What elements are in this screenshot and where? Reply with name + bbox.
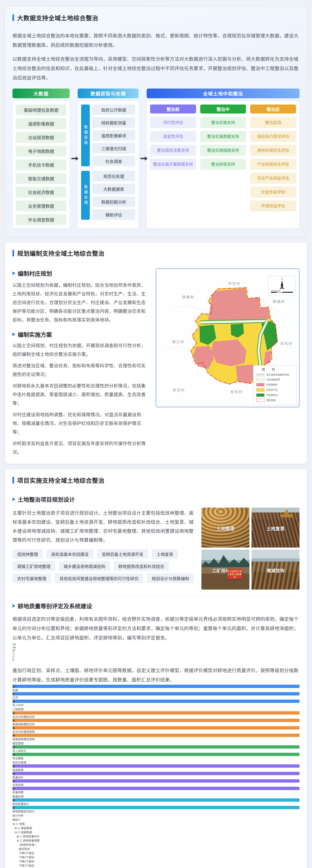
gis-tool-button[interactable]: ▣隶属函数模型向导 — [12, 719, 300, 726]
divider — [12, 489, 300, 489]
planning-text-col: 编制村庄规划 以国土空间规划为依据，编制村庄规划。结合当地自然条件差异、土地利用… — [12, 263, 149, 457]
tool-icon: ▣ — [12, 685, 300, 688]
bigdata-header: 大数据 — [12, 89, 70, 98]
before-item: 适宜性评估 — [150, 131, 196, 142]
photo-caption: 土地复垦 — [251, 525, 300, 532]
gis-tool-button[interactable]: ▣层次分析模型向导 — [12, 711, 300, 719]
gis-tool-button[interactable]: ▣导入采样点 — [12, 745, 300, 753]
label-card: E — [12, 655, 300, 658]
soil-horizon-label: Ap — [12, 646, 300, 649]
svg-text:农业生产区: 农业生产区 — [267, 389, 278, 391]
tool-icon: ▣ — [12, 726, 300, 730]
village-label: 杨兰村 — [172, 340, 184, 344]
gis-tool-button[interactable]: ▣隶属函数模型管理 — [12, 734, 300, 741]
design-tag: 农村宅基地整理 — [12, 574, 51, 583]
design-photo-grid: 土地整理土地复垦工矿用地整理矿山复绿区 禁止放牧 违者重罚增减挂钩 — [201, 507, 300, 590]
impl-plan-paragraph: 对村庄建设用地结构调整、优化和保障情况，对盘活存量建设用地、规模减量化情况，对生… — [12, 410, 149, 436]
after-item: 农业产业效益评估 — [250, 173, 296, 184]
gis-tool-button[interactable]: ▣耕地质量变化统计 — [12, 806, 300, 813]
page-title: 大数据支持全域土地综合整治 — [17, 13, 98, 22]
section-implementation: 项目实施支持全域土地综合整治 土地整治项目规划设计 主要针对土地整治类子项目进行… — [5, 469, 307, 868]
design-tags: 低效林整理高标准基本农田建设宜耕后备土地资源开发土地复垦城镇工矿用地整理城乡建设… — [12, 549, 195, 583]
tool-icon: ▣ — [12, 798, 300, 802]
tool-icon: ▣ — [12, 734, 300, 737]
gis-tool-button[interactable]: ▣打开 — [12, 692, 300, 700]
land-photo: 土地复垦 — [251, 507, 300, 548]
acquire-header: 数据获取与处理 — [78, 89, 139, 98]
flow-col-bigdata: 大数据 基础地理信息数据遥感影像数据台站观测数据电子地图数据手机信令数据智能交通… — [12, 89, 70, 228]
soil-horizon-label: C — [12, 652, 300, 655]
soil-horizon-label: W — [12, 649, 300, 652]
before-items: 可行性评估适宜性评估整治规划决策支持整治实施方案数据支持 — [150, 117, 196, 173]
process-item: 倾斜摄影测量 — [92, 117, 135, 128]
renovate-body: 整治前 可行性评估适宜性评估整治规划决策支持整治实施方案数据支持 整治中 整治实… — [147, 101, 300, 228]
layers-panel-title: 图层 — [12, 818, 18, 821]
panel-pin-close-icons[interactable]: ✕ — [18, 818, 20, 821]
acquire-vertical-tab: 数据获取 — [81, 104, 90, 166]
tool-icon: ▣ — [12, 806, 300, 809]
divider — [12, 262, 300, 262]
acquire-group: 数据获取 政府公开数据倾斜摄影测量遥感影像解译三维激光扫描社会调查 — [81, 104, 135, 166]
svg-text:村庄发展边界: 村庄发展边界 — [267, 378, 280, 381]
before-item: 可行性评估 — [150, 117, 196, 128]
during-item: 整治实施数据支持 — [200, 131, 246, 142]
renovate-before-col: 整治前 可行性评估适宜性评估整治规划决策支持整治实施方案数据支持 — [150, 104, 196, 214]
gis-tool-button[interactable]: ▣层次分析模型管理 — [12, 726, 300, 734]
gis-layers-panel: 图层✕ ⊟ 🗀 地图⊞ ☑ 基础数据⊟ ☑ 成果数据⊞ ☐ 耕地质量评价⊟ ☑ … — [12, 817, 300, 868]
impl-plan-paragraphs: 以国土空间规划、村庄规划为依据，开展现状调查和可行性分析，组织编制全域土地综合整… — [12, 341, 149, 457]
village-label: 月庄村 — [228, 282, 241, 286]
toolbar-group-label: 模型管理 — [12, 741, 300, 745]
after-item: 社会效益评估 — [250, 186, 296, 197]
process-item: 大数据建库 — [92, 184, 135, 194]
svg-text:规划范围: 规划范围 — [267, 399, 275, 402]
map-legend: 图 例 永久基本农田保护红线 村庄发展边界 村庄建设区 农业生产区 生态保护区 … — [253, 365, 297, 405]
design-tag: 城乡建设用地增减挂钩 — [59, 561, 110, 571]
flow-col-acquire: 数据获取与处理 数据获取 政府公开数据倾斜摄影测量遥感影像解译三维激光扫描社会调… — [78, 89, 139, 228]
tool-icon: ▣ — [12, 764, 300, 768]
quality-paragraph-right: 叠加行政区划、采样点、土壤图、耕地评价单元图等数据，自定义建立评价模型，根据评价… — [12, 666, 300, 685]
after-items: 整治监测指标执行情况评估用地布局优化评估产业布局优化评估农业产业效益评估社会效益… — [250, 117, 296, 214]
tool-icon: ▣ — [12, 745, 300, 749]
process-item: 政府公开数据 — [92, 104, 135, 115]
impl-plan-paragraph: 对听取涉及利益各方意见、项目实施及年度安排的可操作性分析情况。 — [12, 439, 149, 457]
gis-tool-button[interactable]: ▣导入SHP — [12, 700, 300, 707]
bigdata-item: 基础地理信息数据 — [16, 104, 66, 115]
gis-tool-button[interactable]: ▣新建 — [12, 685, 300, 692]
gis-tool-button[interactable]: ▣导出模板 — [12, 753, 300, 760]
design-tag: 高标准基本农田建设 — [46, 549, 93, 559]
gis-tool-button[interactable]: ▣质量评价 — [12, 772, 300, 779]
design-tag: 其他低效闲置建设用地整理等的可行性研究 — [55, 574, 143, 583]
svg-text:N: N — [281, 278, 283, 280]
gis-software-window: ▣新建▣打开▣导入SHP工程管理▣层次分析模型向导▣隶属函数模型向导▣层次分析模… — [12, 685, 300, 868]
quality-paragraph-left: 根据项目选定的分等定级因素，利用有关图件资料，结合野外实地调查，依据分等定级单元… — [12, 615, 300, 643]
impl-plan-paragraph: 简述对整治区域、整治任务、指标和布局等科学性、合理性和可实施性的论证情况； — [12, 362, 149, 379]
process-item: 辅助评估 — [92, 209, 135, 220]
flow-arrow-1 — [70, 89, 78, 228]
dashed-divider — [12, 595, 300, 596]
tool-icon: ▣ — [12, 692, 300, 695]
svg-text:0 50 100 200: 0 50 100 200 — [271, 290, 280, 291]
acquire-body: 数据获取 政府公开数据倾斜摄影测量遥感影像解译三维激光扫描社会调查 数据处理 规… — [78, 101, 139, 228]
gis-tool-button[interactable]: ▣耕地质量统计 — [12, 798, 300, 806]
tool-icon: ▣ — [12, 700, 300, 703]
gis-tool-button[interactable]: ▣质量预警 — [12, 787, 300, 794]
during-header: 整治中 — [200, 104, 246, 114]
intro-paragraph-1: 根据全域土地综合整治的本地化需要，按照不同来源大数据的类别、格式、更新周期、统计… — [12, 31, 300, 50]
process-item: 遥感影像解译 — [92, 130, 135, 141]
impl-plan-subtitle: 编制实施方案 — [18, 330, 52, 339]
before-header: 整治前 — [150, 104, 196, 114]
gis-tool-button[interactable]: ▣分等定级 — [12, 779, 300, 787]
design-tag: 规划设计与预算编制 — [147, 574, 194, 583]
design-tag: 低效林整理 — [12, 549, 43, 559]
gis-layer-tree[interactable]: ⊟ 🗀 地图⊞ ☑ 基础数据⊟ ☑ 成果数据⊞ ☐ 耕地质量评价⊟ ☑ 耕地质量… — [12, 822, 300, 868]
gis-tool-button[interactable]: ▣插值赋值 — [12, 764, 300, 772]
quality-right-col: 叠加行政区划、采样点、土壤图、耕地评价单元图等数据，自定义建立评价模型，根据评价… — [12, 666, 300, 868]
tool-icon: ▣ — [12, 779, 300, 783]
process-group: 数据处理 规范化处理大数据建库数据挖掘分析辅助评估 — [81, 171, 135, 220]
bigdata-item: 电子地图数据 — [16, 146, 66, 156]
renovate-during-col: 整治中 整治实施支持整治实施数据支持整治实施措施支持整治验收支持 — [200, 104, 246, 214]
title-accent-bar — [12, 250, 14, 256]
flow-col-renovate: 全域土地中和整治 整治前 可行性评估适宜性评估整治规划决策支持整治实施方案数据支… — [147, 89, 300, 228]
svg-text:村庄建设区: 村庄建设区 — [267, 383, 278, 386]
planning-map-svg: 月庄村 杨寨村 南铺村 杨兰村 华坞村 双河村 双沟村 N 0 50 100 2… — [156, 269, 299, 407]
